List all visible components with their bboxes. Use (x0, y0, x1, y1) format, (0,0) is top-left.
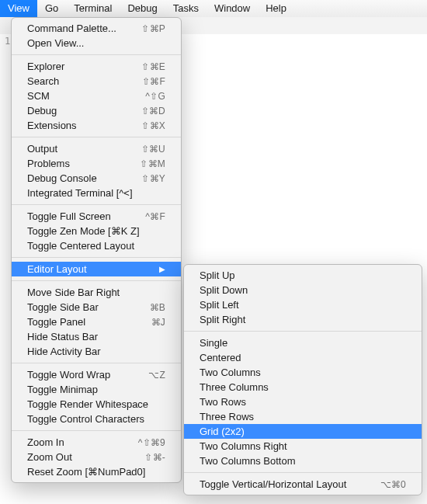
menubar-item-tasks[interactable]: Tasks (165, 0, 207, 17)
view-menu-item-problems[interactable]: Problems⇧⌘M (12, 156, 181, 171)
shortcut: ⇧⌘- (144, 452, 165, 463)
menu-item-label: Toggle Render Whitespace (27, 398, 165, 410)
menubar-item-debug[interactable]: Debug (120, 0, 165, 17)
layout-menu-item-single[interactable]: Single (184, 335, 422, 350)
menu-item-label: Toggle Panel (27, 316, 137, 328)
shortcut: ⌘J (151, 317, 165, 328)
menu-item-label: Reset Zoom [⌘NumPad0] (27, 466, 165, 478)
menubar-item-terminal[interactable]: Terminal (66, 0, 120, 17)
view-menu-item-reset-zoom-numpad0[interactable]: Reset Zoom [⌘NumPad0] (12, 464, 181, 479)
layout-menu-item-two-columns-right[interactable]: Two Columns Right (184, 439, 422, 454)
menu-item-label: Hide Status Bar (27, 331, 165, 342)
menu-item-label: Debug (27, 105, 127, 116)
layout-menu-item-two-columns-bottom[interactable]: Two Columns Bottom (184, 454, 422, 468)
shortcut: ⇧⌘F (142, 76, 165, 87)
menu-item-label: Editor Layout (27, 263, 151, 275)
view-menu-item-hide-status-bar[interactable]: Hide Status Bar (12, 329, 181, 344)
layout-menu-item-split-down[interactable]: Split Down (184, 283, 422, 297)
menubar-item-view[interactable]: View (0, 0, 37, 17)
menu-item-label: Three Columns (200, 381, 406, 393)
layout-menu-item-two-rows[interactable]: Two Rows (184, 395, 422, 409)
shortcut: ⇧⌘U (141, 144, 165, 155)
menu-item-label: Zoom Out (27, 451, 130, 463)
view-menu-item-output[interactable]: Output⇧⌘U (12, 141, 181, 156)
menu-item-label: Grid (2x2) (200, 426, 406, 437)
view-menu-item-scm[interactable]: SCM^⇧G (12, 89, 181, 103)
view-menu-item-toggle-minimap[interactable]: Toggle Minimap (12, 382, 181, 397)
shortcut: ⇧⌘E (141, 61, 165, 72)
menubar-item-window[interactable]: Window (207, 0, 258, 17)
view-menu-item-debug[interactable]: Debug⇧⌘D (12, 103, 181, 118)
menu-item-label: Problems (27, 158, 126, 169)
view-menu-item-toggle-panel[interactable]: Toggle Panel⌘J (12, 315, 181, 329)
layout-menu-item-two-columns[interactable]: Two Columns (184, 365, 422, 380)
view-menu-item-extensions[interactable]: Extensions⇧⌘X (12, 118, 181, 133)
menu-item-label: Two Columns Bottom (200, 455, 406, 467)
layout-menu-item-three-columns[interactable]: Three Columns (184, 380, 422, 395)
shortcut: ⇧⌘Y (141, 173, 165, 184)
menu-item-label: Command Palette... (27, 23, 127, 34)
shortcut: ⇧⌘P (141, 23, 165, 34)
view-menu-item-debug-console[interactable]: Debug Console⇧⌘Y (12, 171, 181, 186)
view-menu-item-explorer[interactable]: Explorer⇧⌘E (12, 59, 181, 74)
menu-item-label: Debug Console (27, 172, 127, 184)
menu-item-label: Split Up (200, 269, 406, 281)
menu-item-label: Zoom In (27, 436, 124, 448)
shortcut: ⇧⌘X (141, 120, 165, 131)
view-menu-item-toggle-word-wrap[interactable]: Toggle Word Wrap⌥Z (12, 367, 181, 382)
view-menu-item-toggle-zen-mode-k-z[interactable]: Toggle Zen Mode [⌘K Z] (12, 224, 181, 238)
menu-item-label: Two Columns (200, 367, 406, 378)
menu-item-label: Toggle Control Characters (27, 413, 165, 425)
menu-item-label: Toggle Vertical/Horizontal Layout (200, 478, 366, 490)
menubar-item-help[interactable]: Help (258, 0, 294, 17)
layout-menu-item-split-left[interactable]: Split Left (184, 297, 422, 312)
shortcut: ^⌘F (145, 211, 165, 222)
view-menu-item-toggle-side-bar[interactable]: Toggle Side Bar⌘B (12, 300, 181, 315)
shortcut: ⌥Z (148, 370, 165, 381)
shortcut: ⇧⌘M (140, 158, 165, 169)
menu-item-label: Single (200, 337, 406, 349)
menu-item-label: SCM (27, 90, 131, 102)
layout-menu-item-toggle-vertical-horizontal-layout[interactable]: Toggle Vertical/Horizontal Layout⌥⌘0 (184, 477, 422, 492)
editor-layout-submenu: Split UpSplit DownSplit LeftSplit RightS… (183, 264, 422, 495)
submenu-arrow-icon: ▶ (159, 265, 165, 273)
view-menu-item-hide-activity-bar[interactable]: Hide Activity Bar (12, 344, 181, 359)
layout-menu-item-grid-2x2[interactable]: Grid (2x2) (184, 424, 422, 439)
view-menu-item-toggle-full-screen[interactable]: Toggle Full Screen^⌘F (12, 209, 181, 224)
view-menu-item-zoom-in[interactable]: Zoom In^⇧⌘9 (12, 435, 181, 450)
menu-item-label: Split Right (200, 314, 406, 325)
view-menu-item-move-side-bar-right[interactable]: Move Side Bar Right (12, 285, 181, 300)
menu-item-label: Toggle Minimap (27, 384, 165, 395)
menu-item-label: Toggle Side Bar (27, 301, 136, 313)
menu-item-label: Explorer (27, 61, 127, 72)
view-menu-item-command-palette[interactable]: Command Palette...⇧⌘P (12, 21, 181, 36)
menubar-item-go[interactable]: Go (37, 0, 66, 17)
menu-item-label: Hide Activity Bar (27, 346, 165, 357)
view-menu-item-search[interactable]: Search⇧⌘F (12, 74, 181, 89)
line-number: 1 (5, 36, 10, 47)
view-menu-item-integrated-terminal[interactable]: Integrated Terminal [^<] (12, 186, 181, 200)
menu-item-label: Toggle Centered Layout (27, 240, 165, 252)
menu-item-label: Split Down (200, 284, 406, 296)
menu-item-label: Centered (200, 352, 406, 363)
layout-menu-item-centered[interactable]: Centered (184, 350, 422, 365)
menu-item-label: Open View... (27, 37, 165, 49)
view-menu-item-toggle-render-whitespace[interactable]: Toggle Render Whitespace (12, 397, 181, 412)
view-menu-item-toggle-control-characters[interactable]: Toggle Control Characters (12, 412, 181, 426)
shortcut: ^⇧G (145, 91, 165, 102)
view-menu-item-editor-layout[interactable]: Editor Layout▶ (12, 262, 181, 276)
menu-item-label: Output (27, 143, 127, 155)
shortcut: ⌘B (150, 302, 165, 313)
menu-item-label: Toggle Full Screen (27, 210, 131, 222)
view-menu-item-toggle-centered-layout[interactable]: Toggle Centered Layout (12, 238, 181, 253)
menu-item-label: Move Side Bar Right (27, 287, 165, 298)
menu-item-label: Extensions (27, 120, 127, 131)
view-menu-item-open-view[interactable]: Open View... (12, 36, 181, 50)
layout-menu-item-split-up[interactable]: Split Up (184, 268, 422, 283)
layout-menu-item-three-rows[interactable]: Three Rows (184, 409, 422, 424)
menu-item-label: Two Rows (200, 396, 406, 408)
menu-item-label: Toggle Word Wrap (27, 369, 134, 381)
layout-menu-item-split-right[interactable]: Split Right (184, 312, 422, 327)
shortcut: ^⇧⌘9 (138, 437, 165, 448)
view-menu-item-zoom-out[interactable]: Zoom Out⇧⌘- (12, 450, 181, 464)
